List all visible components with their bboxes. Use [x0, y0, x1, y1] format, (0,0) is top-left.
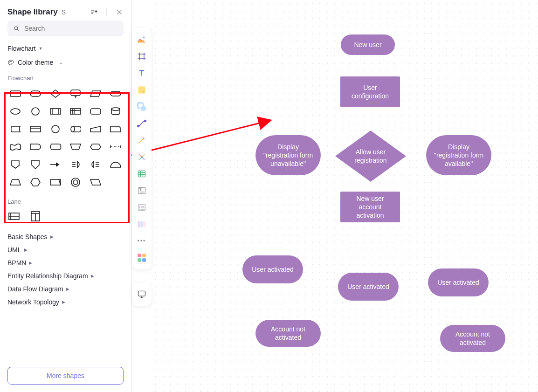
image-icon[interactable] [134, 32, 150, 48]
shape-terminator[interactable] [108, 87, 124, 100]
present-icon[interactable] [134, 286, 150, 302]
sort-icon[interactable] [90, 8, 98, 16]
svg-point-17 [71, 178, 80, 186]
shape-ellipse[interactable] [7, 105, 23, 118]
shape-rectangle[interactable] [7, 87, 23, 100]
svg-point-2 [10, 61, 11, 62]
svg-rect-6 [71, 90, 80, 96]
canvas[interactable]: New user User configuration Display "reg… [152, 0, 538, 392]
shape-display[interactable] [48, 140, 63, 153]
category-network[interactable]: Network Topology▶ [7, 296, 124, 309]
node-allow-registration[interactable]: Allow user registration [335, 131, 406, 182]
shape-database[interactable] [108, 105, 124, 118]
sticky-note-icon[interactable] [134, 82, 150, 98]
node-display-available[interactable]: Display "registration form available" [426, 135, 491, 175]
shape-annotation[interactable] [108, 140, 124, 153]
shape-note-left[interactable] [88, 158, 103, 171]
shape-manual-op[interactable] [68, 140, 83, 153]
shape-icon[interactable] [134, 99, 150, 115]
category-bpmn[interactable]: BPMN▶ [7, 256, 124, 269]
shape-lane-vertical[interactable] [29, 211, 42, 222]
list-icon[interactable] [134, 199, 150, 215]
node-account-not-activated-1[interactable]: Account not activated [255, 320, 321, 347]
svg-point-24 [141, 106, 146, 111]
apps-icon[interactable] [134, 250, 150, 266]
shape-delay[interactable] [28, 140, 43, 153]
shape-library-sidebar: Shape library S Flowchar [0, 0, 131, 392]
shape-preparation[interactable] [88, 140, 103, 153]
category-selector[interactable]: Flowchart ▼ [7, 42, 124, 55]
shape-rounded-rect[interactable] [28, 87, 43, 100]
svg-point-9 [32, 108, 39, 115]
svg-point-34 [139, 209, 140, 210]
category-label: Flowchart [7, 45, 36, 52]
shape-card2[interactable] [108, 123, 124, 136]
node-display-unavailable[interactable]: Display "registration form unavailable" [255, 135, 321, 175]
more-shapes-button[interactable]: More shapes [7, 367, 124, 385]
svg-point-8 [11, 109, 20, 114]
shape-circle[interactable] [28, 105, 43, 118]
shape-trapezoid[interactable] [7, 176, 23, 189]
text-icon[interactable] [134, 65, 150, 81]
category-erd[interactable]: Entity Relationship Diagram▶ [7, 269, 124, 282]
mindmap-icon[interactable] [134, 149, 150, 165]
more-icon[interactable]: ••• [134, 233, 150, 249]
shape-diamond[interactable] [48, 87, 63, 100]
svg-rect-35 [138, 221, 140, 227]
shape-lane-horizontal[interactable] [7, 211, 21, 222]
color-theme-selector[interactable]: Color theme ⌄ [7, 55, 124, 70]
shape-stored-data[interactable] [7, 123, 23, 136]
shape-loop-limit[interactable] [48, 176, 63, 189]
color-theme-label: Color theme [18, 59, 53, 66]
shape-semicircle[interactable] [108, 158, 124, 171]
lane-section-label: Lane [7, 193, 124, 208]
shape-shield[interactable] [28, 158, 43, 171]
node-user-activated-1[interactable]: User activated [242, 255, 303, 283]
shape-parallelogram2[interactable] [88, 176, 103, 189]
svg-rect-36 [141, 221, 143, 227]
shape-hexagon[interactable] [28, 176, 43, 189]
shape-direct-data[interactable] [68, 123, 83, 136]
flowchart-shapes-grid [7, 84, 124, 193]
svg-rect-41 [142, 258, 146, 262]
category-uml[interactable]: UML▶ [7, 243, 124, 256]
connector-icon[interactable] [134, 116, 150, 131]
search-input[interactable] [7, 21, 124, 36]
node-activation[interactable]: New user account activation [340, 192, 400, 222]
svg-point-27 [141, 156, 143, 158]
node-new-user[interactable]: New user [341, 34, 395, 55]
svg-point-18 [73, 180, 78, 185]
node-user-configuration[interactable]: User configuration [340, 76, 400, 107]
close-icon[interactable] [115, 8, 124, 16]
shape-manual-input[interactable] [88, 123, 103, 136]
svg-point-21 [143, 37, 145, 39]
shape-parallelogram[interactable] [88, 87, 103, 100]
category-basic-shapes[interactable]: Basic Shapes▶ [7, 230, 124, 243]
frame-icon[interactable] [134, 48, 150, 64]
shape-merge[interactable] [48, 158, 63, 171]
pen-icon[interactable] [134, 132, 150, 148]
category-dfd[interactable]: Data Flow Diagram▶ [7, 282, 124, 296]
shape-card[interactable] [88, 105, 103, 118]
text-block-icon[interactable]: T [134, 183, 150, 199]
shape-note-right[interactable] [68, 158, 83, 171]
svg-rect-40 [138, 258, 141, 262]
shape-window[interactable] [28, 123, 43, 136]
shape-internal-storage[interactable] [68, 105, 83, 118]
palette-icon [7, 59, 14, 66]
shape-connector-circle[interactable] [48, 123, 63, 136]
shape-predefined[interactable] [48, 105, 63, 118]
search-field[interactable] [23, 24, 118, 33]
chevron-right-icon: ▶ [50, 234, 54, 239]
svg-point-3 [11, 62, 12, 62]
table-icon[interactable] [134, 166, 150, 182]
shape-callout[interactable] [68, 87, 83, 100]
shape-offpage[interactable] [7, 158, 23, 171]
chevron-down-icon: ▼ [39, 46, 43, 51]
node-user-activated-3[interactable]: User activated [428, 268, 489, 296]
node-user-activated-2[interactable]: User activated [338, 273, 399, 301]
node-account-not-activated-2[interactable]: Account not activated [440, 325, 505, 352]
shape-tape[interactable] [7, 140, 23, 153]
shape-double-circle[interactable] [68, 176, 83, 189]
columns-icon[interactable] [134, 216, 150, 232]
